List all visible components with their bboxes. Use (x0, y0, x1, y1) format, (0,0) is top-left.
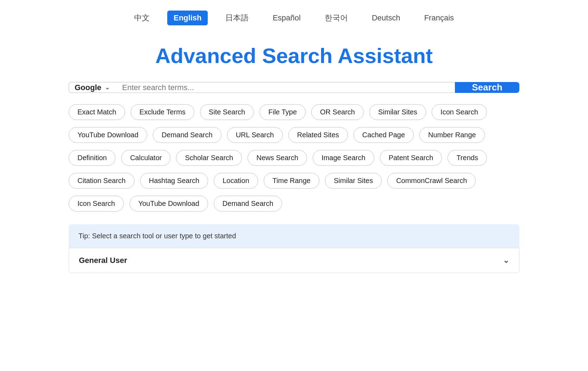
search-button[interactable]: Search (455, 82, 519, 93)
chip-scholar-search[interactable]: Scholar Search (176, 150, 242, 166)
chip-file-type[interactable]: File Type (259, 104, 306, 120)
lang-button-한국어[interactable]: 한국어 (318, 10, 354, 26)
lang-button-français[interactable]: Français (418, 11, 460, 25)
chip-image-search[interactable]: Image Search (313, 150, 374, 166)
lang-button-日本語[interactable]: 日本語 (219, 10, 255, 26)
chip-time-range[interactable]: Time Range (264, 173, 319, 189)
chip-row-2: DefinitionCalculatorScholar SearchNews S… (69, 150, 519, 166)
lang-button-deutsch[interactable]: Deutsch (365, 11, 407, 25)
chip-or-search[interactable]: OR Search (311, 104, 364, 120)
chip-patent-search[interactable]: Patent Search (380, 150, 442, 166)
lang-button-中文[interactable]: 中文 (128, 10, 156, 26)
search-row: Google ⌄ Search (58, 82, 530, 93)
chip-row-1: YouTube DownloadDemand SearchURL SearchR… (69, 127, 519, 143)
chip-row-0: Exact MatchExclude TermsSite SearchFile … (69, 104, 519, 120)
chip-row-4: Icon SearchYouTube DownloadDemand Search (69, 196, 519, 212)
search-input[interactable] (115, 82, 455, 93)
chip-cached-page[interactable]: Cached Page (354, 127, 414, 143)
chip-calculator[interactable]: Calculator (121, 150, 170, 166)
engine-label: Google (75, 83, 101, 92)
user-type-select[interactable]: General User ⌄ (69, 248, 519, 273)
chip-citation-search[interactable]: Citation Search (69, 173, 135, 189)
user-type-label: General User (79, 256, 127, 265)
chip-exact-match[interactable]: Exact Match (69, 104, 125, 120)
chip-similar-sites[interactable]: Similar Sites (369, 104, 426, 120)
lang-button-english[interactable]: English (167, 11, 208, 25)
chip-demand-search[interactable]: Demand Search (153, 127, 221, 143)
chip-site-search[interactable]: Site Search (200, 104, 254, 120)
language-bar: 中文English日本語Español한국어DeutschFrançais (0, 0, 588, 33)
chip-related-sites[interactable]: Related Sites (288, 127, 348, 143)
chip-definition[interactable]: Definition (69, 150, 115, 166)
chips-area: Exact MatchExclude TermsSite SearchFile … (58, 104, 530, 212)
chip-hashtag-search[interactable]: Hashtag Search (140, 173, 208, 189)
chip-youtube-download[interactable]: YouTube Download (130, 196, 208, 212)
chip-url-search[interactable]: URL Search (227, 127, 283, 143)
chip-similar-sites[interactable]: Similar Sites (325, 173, 382, 189)
chip-demand-search[interactable]: Demand Search (214, 196, 282, 212)
chevron-down-icon: ⌄ (503, 256, 509, 265)
chip-icon-search[interactable]: Icon Search (69, 196, 124, 212)
title-area: Advanced Search Assistant (0, 33, 588, 82)
chip-row-3: Citation SearchHashtag SearchLocationTim… (69, 173, 519, 189)
chip-trends[interactable]: Trends (448, 150, 487, 166)
chip-icon-search[interactable]: Icon Search (432, 104, 487, 120)
chip-exclude-terms[interactable]: Exclude Terms (131, 104, 194, 120)
tip-section: Tip: Select a search tool or user type t… (58, 224, 530, 273)
chip-location[interactable]: Location (214, 173, 258, 189)
chip-youtube-download[interactable]: YouTube Download (69, 127, 147, 143)
page-title: Advanced Search Assistant (0, 44, 588, 68)
chip-news-search[interactable]: News Search (248, 150, 307, 166)
tip-text: Tip: Select a search tool or user type t… (69, 224, 519, 248)
chip-commoncrawl-search[interactable]: CommonCrawl Search (387, 173, 476, 189)
chip-number-range[interactable]: Number Range (419, 127, 485, 143)
lang-button-español[interactable]: Español (266, 11, 307, 25)
engine-select[interactable]: Google ⌄ (69, 82, 115, 93)
chevron-down-icon: ⌄ (105, 84, 110, 91)
